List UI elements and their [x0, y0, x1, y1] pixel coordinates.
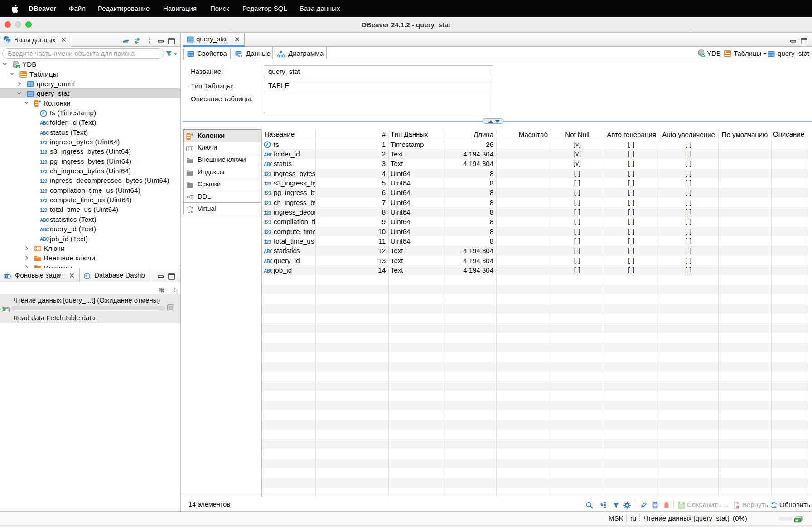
svg-text:T: T	[190, 194, 194, 200]
